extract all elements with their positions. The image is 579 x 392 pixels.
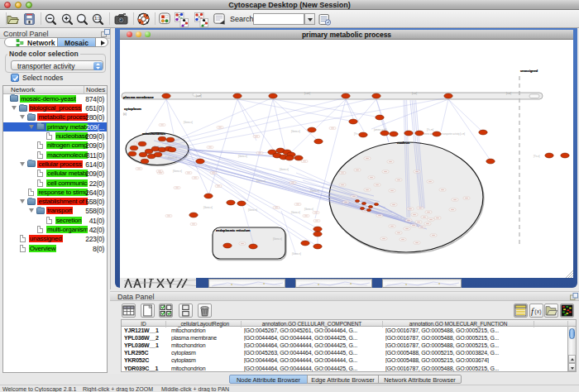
svg-text:[Gene-n]: [Gene-n] xyxy=(291,130,300,133)
svg-text:nucleus: nucleus xyxy=(397,141,410,145)
svg-text:[c=e]: [c=e] xyxy=(412,92,417,95)
svg-text:[Gene-n]: [Gene-n] xyxy=(291,211,300,214)
svg-text:[Gene-n]: [Gene-n] xyxy=(280,168,289,171)
svg-text:[Gene-n]: [Gene-n] xyxy=(168,156,177,160)
svg-text:(c): (c) xyxy=(123,112,127,116)
svg-text:[Gene-n]: [Gene-n] xyxy=(248,208,257,212)
svg-text:[Gene-n]: [Gene-n] xyxy=(238,155,247,158)
svg-text:[Gene-n]: [Gene-n] xyxy=(292,252,301,256)
svg-text:[c=m]: [c=m] xyxy=(304,92,310,95)
svg-text:(x): (x) xyxy=(534,308,541,315)
svg-text:[Yn-e]: [Yn-e] xyxy=(534,155,540,158)
svg-text:unassigned: unassigned xyxy=(520,69,538,73)
svg-text:[Gene-n]: [Gene-n] xyxy=(304,208,313,211)
svg-text:[Gene-n]: [Gene-n] xyxy=(310,189,319,193)
svg-text:[Yc-m]: [Yc-m] xyxy=(427,128,433,131)
svg-text:[Gene-n]: [Gene-n] xyxy=(173,170,182,173)
svg-text:cytoplasm: cytoplasm xyxy=(124,107,141,111)
svg-text:amino acid binding transporter: amino acid binding transporter activity … xyxy=(423,132,465,136)
svg-text:endoplasmic reticulum: endoplasmic reticulum xyxy=(216,229,251,232)
svg-text:1:1: 1:1 xyxy=(94,16,100,21)
svg-text:[Gene-n]: [Gene-n] xyxy=(273,237,282,241)
svg-text:[c=e]: [c=e] xyxy=(506,92,511,95)
svg-text:[c=m]: [c=m] xyxy=(196,94,202,98)
svg-text:[Gene-n]: [Gene-n] xyxy=(184,121,193,124)
svg-text:[Gene-n]: [Gene-n] xyxy=(256,179,266,183)
svg-text:mitochondrion: mitochondrion xyxy=(142,131,166,136)
svg-text:[Gene-n]: [Gene-n] xyxy=(203,206,213,209)
svg-text:plasma membrane: plasma membrane xyxy=(123,95,154,99)
